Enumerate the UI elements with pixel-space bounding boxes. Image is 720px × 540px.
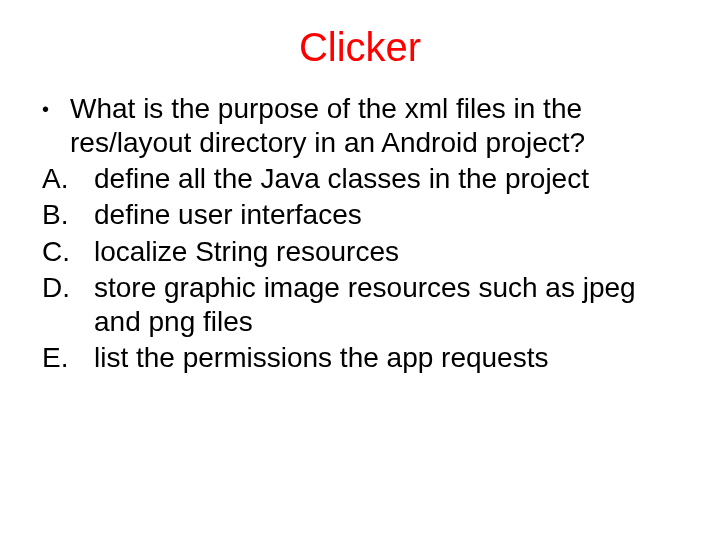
- option-text: define all the Java classes in the proje…: [94, 162, 680, 196]
- option-row: C. localize String resources: [40, 235, 680, 269]
- question-row: • What is the purpose of the xml files i…: [40, 92, 680, 160]
- option-text: define user interfaces: [94, 198, 680, 232]
- option-row: E. list the permissions the app requests: [40, 341, 680, 375]
- option-label: D.: [40, 271, 94, 305]
- bullet-icon: •: [40, 92, 70, 126]
- slide-content: • What is the purpose of the xml files i…: [40, 92, 680, 375]
- option-label: C.: [40, 235, 94, 269]
- option-row: B. define user interfaces: [40, 198, 680, 232]
- option-text: list the permissions the app requests: [94, 341, 680, 375]
- option-label: B.: [40, 198, 94, 232]
- slide: Clicker • What is the purpose of the xml…: [0, 0, 720, 540]
- question-text: What is the purpose of the xml files in …: [70, 92, 680, 160]
- slide-title: Clicker: [40, 25, 680, 70]
- option-text: store graphic image resources such as jp…: [94, 271, 680, 339]
- option-label: E.: [40, 341, 94, 375]
- option-text: localize String resources: [94, 235, 680, 269]
- option-row: D. store graphic image resources such as…: [40, 271, 680, 339]
- option-label: A.: [40, 162, 94, 196]
- option-row: A. define all the Java classes in the pr…: [40, 162, 680, 196]
